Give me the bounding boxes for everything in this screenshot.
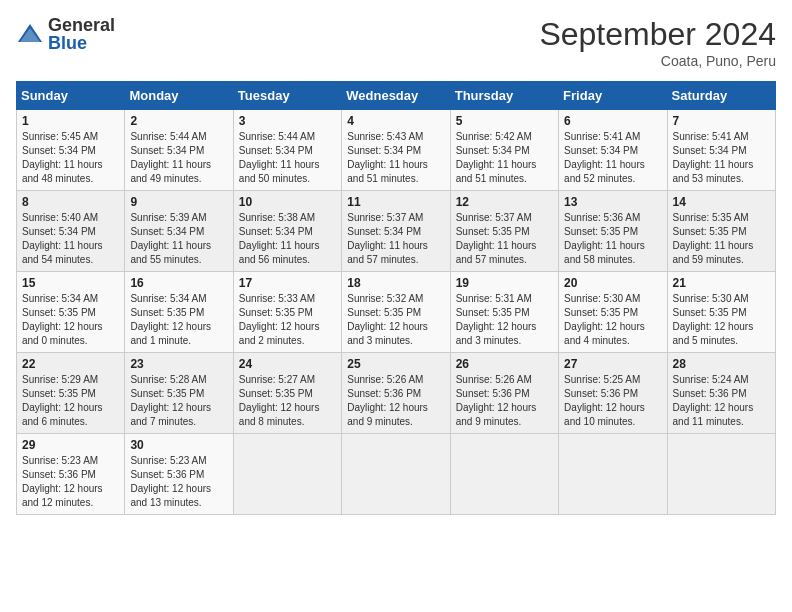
- day-info: Sunrise: 5:23 AM Sunset: 5:36 PM Dayligh…: [22, 454, 119, 510]
- calendar-cell: 25Sunrise: 5:26 AM Sunset: 5:36 PM Dayli…: [342, 353, 450, 434]
- calendar-cell: 7Sunrise: 5:41 AM Sunset: 5:34 PM Daylig…: [667, 110, 775, 191]
- day-info: Sunrise: 5:28 AM Sunset: 5:35 PM Dayligh…: [130, 373, 227, 429]
- day-number: 4: [347, 114, 444, 128]
- calendar-cell: 9Sunrise: 5:39 AM Sunset: 5:34 PM Daylig…: [125, 191, 233, 272]
- day-number: 26: [456, 357, 553, 371]
- day-number: 7: [673, 114, 770, 128]
- day-info: Sunrise: 5:34 AM Sunset: 5:35 PM Dayligh…: [22, 292, 119, 348]
- day-info: Sunrise: 5:42 AM Sunset: 5:34 PM Dayligh…: [456, 130, 553, 186]
- calendar-table: SundayMondayTuesdayWednesdayThursdayFrid…: [16, 81, 776, 515]
- calendar-cell: 19Sunrise: 5:31 AM Sunset: 5:35 PM Dayli…: [450, 272, 558, 353]
- day-number: 10: [239, 195, 336, 209]
- day-info: Sunrise: 5:37 AM Sunset: 5:34 PM Dayligh…: [347, 211, 444, 267]
- calendar-cell: 27Sunrise: 5:25 AM Sunset: 5:36 PM Dayli…: [559, 353, 667, 434]
- day-number: 28: [673, 357, 770, 371]
- day-number: 2: [130, 114, 227, 128]
- calendar-cell: 13Sunrise: 5:36 AM Sunset: 5:35 PM Dayli…: [559, 191, 667, 272]
- day-number: 6: [564, 114, 661, 128]
- calendar-cell: 1Sunrise: 5:45 AM Sunset: 5:34 PM Daylig…: [17, 110, 125, 191]
- day-number: 8: [22, 195, 119, 209]
- logo-general: General: [48, 16, 115, 34]
- calendar-cell: 26Sunrise: 5:26 AM Sunset: 5:36 PM Dayli…: [450, 353, 558, 434]
- page-header: General Blue September 2024 Coata, Puno,…: [16, 16, 776, 69]
- header-cell-saturday: Saturday: [667, 82, 775, 110]
- calendar-cell: 4Sunrise: 5:43 AM Sunset: 5:34 PM Daylig…: [342, 110, 450, 191]
- day-number: 15: [22, 276, 119, 290]
- calendar-week-5: 29Sunrise: 5:23 AM Sunset: 5:36 PM Dayli…: [17, 434, 776, 515]
- logo-text: General Blue: [48, 16, 115, 52]
- calendar-cell: 5Sunrise: 5:42 AM Sunset: 5:34 PM Daylig…: [450, 110, 558, 191]
- calendar-cell: 18Sunrise: 5:32 AM Sunset: 5:35 PM Dayli…: [342, 272, 450, 353]
- day-info: Sunrise: 5:30 AM Sunset: 5:35 PM Dayligh…: [673, 292, 770, 348]
- calendar-cell: 8Sunrise: 5:40 AM Sunset: 5:34 PM Daylig…: [17, 191, 125, 272]
- logo-icon: [16, 20, 44, 48]
- calendar-cell: 24Sunrise: 5:27 AM Sunset: 5:35 PM Dayli…: [233, 353, 341, 434]
- calendar-week-3: 15Sunrise: 5:34 AM Sunset: 5:35 PM Dayli…: [17, 272, 776, 353]
- day-info: Sunrise: 5:37 AM Sunset: 5:35 PM Dayligh…: [456, 211, 553, 267]
- day-info: Sunrise: 5:27 AM Sunset: 5:35 PM Dayligh…: [239, 373, 336, 429]
- day-number: 27: [564, 357, 661, 371]
- month-title: September 2024: [539, 16, 776, 53]
- day-number: 14: [673, 195, 770, 209]
- header-cell-friday: Friday: [559, 82, 667, 110]
- day-info: Sunrise: 5:31 AM Sunset: 5:35 PM Dayligh…: [456, 292, 553, 348]
- calendar-cell: 21Sunrise: 5:30 AM Sunset: 5:35 PM Dayli…: [667, 272, 775, 353]
- day-number: 18: [347, 276, 444, 290]
- day-number: 30: [130, 438, 227, 452]
- day-number: 25: [347, 357, 444, 371]
- day-number: 24: [239, 357, 336, 371]
- calendar-cell: 16Sunrise: 5:34 AM Sunset: 5:35 PM Dayli…: [125, 272, 233, 353]
- day-number: 21: [673, 276, 770, 290]
- day-number: 16: [130, 276, 227, 290]
- day-info: Sunrise: 5:44 AM Sunset: 5:34 PM Dayligh…: [239, 130, 336, 186]
- calendar-week-4: 22Sunrise: 5:29 AM Sunset: 5:35 PM Dayli…: [17, 353, 776, 434]
- day-number: 5: [456, 114, 553, 128]
- day-number: 11: [347, 195, 444, 209]
- calendar-cell: 11Sunrise: 5:37 AM Sunset: 5:34 PM Dayli…: [342, 191, 450, 272]
- logo: General Blue: [16, 16, 115, 52]
- day-number: 9: [130, 195, 227, 209]
- calendar-cell: 3Sunrise: 5:44 AM Sunset: 5:34 PM Daylig…: [233, 110, 341, 191]
- day-info: Sunrise: 5:40 AM Sunset: 5:34 PM Dayligh…: [22, 211, 119, 267]
- day-info: Sunrise: 5:25 AM Sunset: 5:36 PM Dayligh…: [564, 373, 661, 429]
- day-info: Sunrise: 5:32 AM Sunset: 5:35 PM Dayligh…: [347, 292, 444, 348]
- day-info: Sunrise: 5:41 AM Sunset: 5:34 PM Dayligh…: [564, 130, 661, 186]
- calendar-cell: 2Sunrise: 5:44 AM Sunset: 5:34 PM Daylig…: [125, 110, 233, 191]
- calendar-cell: [667, 434, 775, 515]
- calendar-cell: 23Sunrise: 5:28 AM Sunset: 5:35 PM Dayli…: [125, 353, 233, 434]
- calendar-cell: 29Sunrise: 5:23 AM Sunset: 5:36 PM Dayli…: [17, 434, 125, 515]
- calendar-cell: [450, 434, 558, 515]
- day-info: Sunrise: 5:39 AM Sunset: 5:34 PM Dayligh…: [130, 211, 227, 267]
- calendar-cell: [342, 434, 450, 515]
- day-number: 13: [564, 195, 661, 209]
- header-cell-thursday: Thursday: [450, 82, 558, 110]
- day-info: Sunrise: 5:33 AM Sunset: 5:35 PM Dayligh…: [239, 292, 336, 348]
- day-number: 22: [22, 357, 119, 371]
- header-cell-monday: Monday: [125, 82, 233, 110]
- calendar-cell: 20Sunrise: 5:30 AM Sunset: 5:35 PM Dayli…: [559, 272, 667, 353]
- calendar-cell: 14Sunrise: 5:35 AM Sunset: 5:35 PM Dayli…: [667, 191, 775, 272]
- header-cell-sunday: Sunday: [17, 82, 125, 110]
- header-cell-tuesday: Tuesday: [233, 82, 341, 110]
- calendar-cell: 6Sunrise: 5:41 AM Sunset: 5:34 PM Daylig…: [559, 110, 667, 191]
- day-info: Sunrise: 5:45 AM Sunset: 5:34 PM Dayligh…: [22, 130, 119, 186]
- day-info: Sunrise: 5:29 AM Sunset: 5:35 PM Dayligh…: [22, 373, 119, 429]
- calendar-cell: 12Sunrise: 5:37 AM Sunset: 5:35 PM Dayli…: [450, 191, 558, 272]
- day-info: Sunrise: 5:41 AM Sunset: 5:34 PM Dayligh…: [673, 130, 770, 186]
- header-cell-wednesday: Wednesday: [342, 82, 450, 110]
- day-number: 29: [22, 438, 119, 452]
- day-info: Sunrise: 5:23 AM Sunset: 5:36 PM Dayligh…: [130, 454, 227, 510]
- day-number: 1: [22, 114, 119, 128]
- calendar-cell: 15Sunrise: 5:34 AM Sunset: 5:35 PM Dayli…: [17, 272, 125, 353]
- logo-blue: Blue: [48, 34, 115, 52]
- calendar-cell: 30Sunrise: 5:23 AM Sunset: 5:36 PM Dayli…: [125, 434, 233, 515]
- calendar-cell: 17Sunrise: 5:33 AM Sunset: 5:35 PM Dayli…: [233, 272, 341, 353]
- day-info: Sunrise: 5:38 AM Sunset: 5:34 PM Dayligh…: [239, 211, 336, 267]
- day-info: Sunrise: 5:43 AM Sunset: 5:34 PM Dayligh…: [347, 130, 444, 186]
- calendar-cell: 10Sunrise: 5:38 AM Sunset: 5:34 PM Dayli…: [233, 191, 341, 272]
- day-number: 19: [456, 276, 553, 290]
- title-block: September 2024 Coata, Puno, Peru: [539, 16, 776, 69]
- location: Coata, Puno, Peru: [539, 53, 776, 69]
- day-number: 17: [239, 276, 336, 290]
- day-info: Sunrise: 5:30 AM Sunset: 5:35 PM Dayligh…: [564, 292, 661, 348]
